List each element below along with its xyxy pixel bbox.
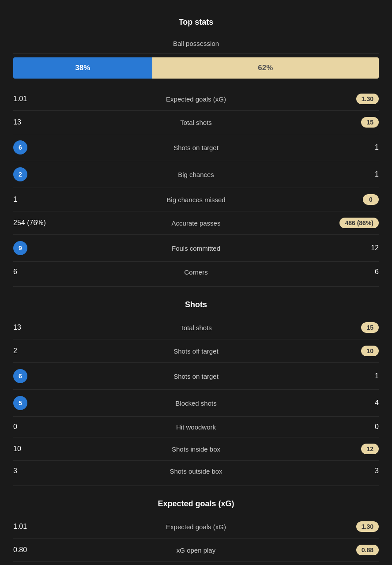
stat-row: 0Hit woodwork0: [13, 417, 379, 437]
possession-bar: 38% 62%: [13, 57, 379, 79]
stat-right-value: 12: [326, 444, 379, 454]
stat-center-label: Shots on target: [66, 373, 326, 380]
stat-center-label: Shots inside box: [66, 445, 326, 453]
stat-right-value: 12: [326, 244, 379, 252]
stat-center-label: Accurate passes: [66, 219, 326, 227]
stat-row: 6Corners6: [13, 262, 379, 282]
stat-center-label: Total shots: [66, 324, 326, 331]
stat-row: 2Big chances1: [13, 161, 379, 188]
stat-right-value: 1: [326, 372, 379, 380]
stat-center-label: Expected goals (xG): [66, 523, 326, 531]
stat-right-value: 1.30: [326, 94, 379, 104]
stat-right-value: 486 (86%): [326, 218, 379, 228]
stat-center-label: Shots on target: [66, 144, 326, 151]
stat-right-value: 0: [326, 423, 379, 431]
stat-center-label: Shots outside box: [66, 467, 326, 475]
stat-left-value: 0: [13, 423, 66, 431]
stat-center-label: Total shots: [66, 119, 326, 126]
stat-row: 5Blocked shots4: [13, 390, 379, 417]
stat-center-label: Blocked shots: [66, 399, 326, 407]
possession-bar-right: 62%: [152, 57, 379, 79]
stat-right-value: 15: [326, 322, 379, 333]
stat-right-value: 10: [326, 346, 379, 356]
stat-row: 6Shots on target1: [13, 363, 379, 390]
possession-row: Ball possession: [13, 34, 379, 54]
stat-left-value: 13: [13, 324, 66, 331]
xg-rows: 1.01Expected goals (xG)1.300.80xG open p…: [13, 515, 379, 565]
right-badge: 486 (86%): [339, 218, 379, 228]
divider-1: [13, 286, 379, 287]
stat-row: 2Shots off target10: [13, 339, 379, 363]
xg-title: Expected goals (xG): [13, 490, 379, 515]
stat-left-value: 3: [13, 467, 66, 475]
left-blue-badge: 9: [13, 241, 27, 255]
stat-center-label: Fouls committed: [66, 245, 326, 252]
stat-row: 0.21xG set play0.42: [13, 562, 379, 565]
stat-left-value: 2: [13, 347, 66, 355]
stat-row: 0.80xG open play0.88: [13, 539, 379, 562]
stat-row: 13Total shots15: [13, 111, 379, 134]
stat-row: 1.01Expected goals (xG)1.30: [13, 87, 379, 111]
stat-row: 3Shots outside box3: [13, 461, 379, 481]
right-badge: 0.88: [356, 545, 379, 555]
stat-row: 6Shots on target1: [13, 134, 379, 161]
stat-left-value: 1: [13, 196, 66, 203]
stat-left-value: 13: [13, 118, 66, 126]
stat-row: 13Total shots15: [13, 316, 379, 339]
stat-right-value: 6: [326, 268, 379, 276]
right-badge: 0: [363, 194, 379, 205]
stat-center-label: Corners: [66, 268, 326, 276]
stat-center-label: Expected goals (xG): [66, 95, 326, 103]
stat-right-value: 1.30: [326, 521, 379, 532]
stat-left-value: 6: [13, 268, 66, 276]
stat-left-value: 0.80: [13, 546, 66, 554]
stat-row: 10Shots inside box12: [13, 437, 379, 461]
stat-left-value: 6: [13, 140, 66, 154]
stat-center-label: xG open play: [66, 546, 326, 554]
stat-center-label: Shots off target: [66, 347, 326, 355]
right-badge: 15: [361, 117, 379, 128]
stat-center-label: Hit woodwork: [66, 423, 326, 431]
stat-left-value: 6: [13, 369, 66, 383]
right-badge: 15: [361, 322, 379, 333]
stat-row: 1.01Expected goals (xG)1.30: [13, 515, 379, 539]
stat-right-value: 15: [326, 117, 379, 128]
stat-left-value: 9: [13, 241, 66, 255]
top-stats-rows: 1.01Expected goals (xG)1.3013Total shots…: [13, 87, 379, 282]
stat-right-value: 1: [326, 170, 379, 178]
possession-label: Ball possession: [13, 40, 379, 47]
stat-center-label: Big chances: [66, 171, 326, 178]
stat-left-value: 2: [13, 167, 66, 181]
shots-rows: 13Total shots152Shots off target106Shots…: [13, 316, 379, 481]
stat-right-value: 3: [326, 467, 379, 475]
expected-goals-section: Expected goals (xG) 1.01Expected goals (…: [13, 490, 379, 565]
shots-title: Shots: [13, 291, 379, 316]
left-blue-badge: 5: [13, 396, 27, 410]
divider-2: [13, 486, 379, 486]
right-badge: 10: [361, 346, 379, 356]
shots-section: Shots 13Total shots152Shots off target10…: [13, 291, 379, 481]
stat-left-value: 1.01: [13, 523, 66, 531]
possession-bar-left: 38%: [13, 57, 152, 79]
right-badge: 1.30: [356, 521, 379, 532]
stat-right-value: 4: [326, 399, 379, 407]
stat-left-value: 10: [13, 445, 66, 453]
left-blue-badge: 6: [13, 140, 27, 154]
right-badge: 12: [361, 444, 379, 454]
stat-row: 254 (76%)Accurate passes486 (86%): [13, 211, 379, 235]
stat-left-value: 1.01: [13, 95, 66, 103]
stat-center-label: Big chances missed: [66, 196, 326, 203]
left-blue-badge: 2: [13, 167, 27, 181]
top-stats-title: Top stats: [13, 9, 379, 34]
top-stats-section: Top stats Ball possession 38% 62% 1.01Ex…: [13, 9, 379, 282]
right-badge: 1.30: [356, 94, 379, 104]
stat-row: 1Big chances missed0: [13, 188, 379, 211]
stat-row: 9Fouls committed12: [13, 235, 379, 262]
stat-left-value: 254 (76%): [13, 219, 66, 227]
main-container: Top stats Ball possession 38% 62% 1.01Ex…: [0, 0, 392, 565]
stat-right-value: 1: [326, 143, 379, 151]
stat-right-value: 0: [326, 194, 379, 205]
stat-left-value: 5: [13, 396, 66, 410]
stat-right-value: 0.88: [326, 545, 379, 555]
left-blue-badge: 6: [13, 369, 27, 383]
